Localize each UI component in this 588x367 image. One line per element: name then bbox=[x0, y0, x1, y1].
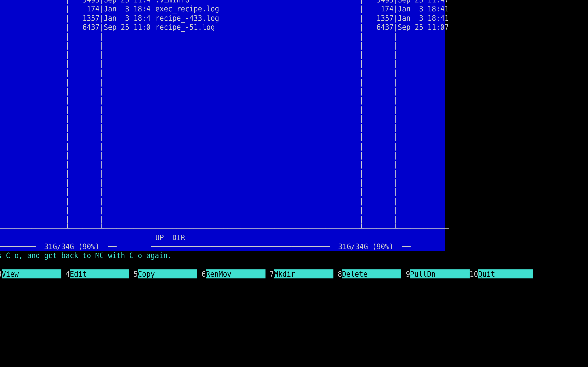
empty-row: | | bbox=[0, 205, 151, 215]
empty-row: | | bbox=[0, 178, 151, 187]
fkey-number: 9 bbox=[402, 269, 410, 278]
shell-prompt[interactable]: root@sv:~# bbox=[0, 260, 445, 269]
file-row[interactable]: .viminfo | 3493|Sep 25 11:47 bbox=[0, 0, 151, 4]
fkey-number: 5 bbox=[129, 269, 138, 278]
empty-row: | | bbox=[0, 196, 151, 205]
fkey-number: 3 bbox=[0, 269, 2, 278]
file-row[interactable]: .viminfo | 3493|Sep 25 11:47 bbox=[151, 0, 445, 4]
empty-row: | | bbox=[151, 215, 445, 224]
empty-row: | | bbox=[0, 77, 151, 86]
fkey-edit[interactable]: Edit bbox=[70, 269, 130, 278]
fkey-renmov[interactable]: RenMov bbox=[206, 269, 265, 278]
empty-row: | | bbox=[0, 215, 151, 224]
right-panel[interactable]: <- ~ ───────────────────────────────────… bbox=[151, 0, 445, 251]
empty-row: | | bbox=[151, 141, 445, 150]
fkey-pulldn[interactable]: PullDn bbox=[410, 269, 470, 278]
fkey-number: 7 bbox=[265, 269, 274, 278]
fkey-number: 4 bbox=[61, 269, 70, 278]
fkey-number: 8 bbox=[333, 269, 342, 278]
panel-separator: ────────────────────────────────────────… bbox=[151, 224, 445, 233]
empty-row: | | bbox=[0, 187, 151, 196]
empty-row: | | bbox=[151, 77, 445, 86]
left-panel[interactable]: <- ~ ───────────────────────────────────… bbox=[0, 0, 151, 251]
empty-row: | | bbox=[0, 86, 151, 96]
empty-row: | | bbox=[151, 205, 445, 215]
empty-row: | | bbox=[0, 150, 151, 160]
empty-row: | | bbox=[0, 59, 151, 68]
empty-row: | | bbox=[151, 169, 445, 178]
empty-row: | | bbox=[151, 196, 445, 205]
file-row[interactable]: recipe_-51.log | 6437|Sep 25 11:07 bbox=[151, 22, 445, 32]
empty-row: | | bbox=[0, 169, 151, 178]
fkey-copy[interactable]: Copy bbox=[138, 269, 198, 278]
file-row[interactable]: recipe_-433.log | 1357|Jan 3 18:41 bbox=[0, 13, 151, 23]
hint-line: Hint: Want your plain shell? Press C-o, … bbox=[0, 251, 445, 260]
empty-row: | | bbox=[151, 150, 445, 160]
empty-row: | | bbox=[0, 68, 151, 77]
file-row[interactable]: recipe_-51.log | 6437|Sep 25 11:07 bbox=[0, 22, 151, 32]
empty-row: | | bbox=[151, 114, 445, 123]
fkey-quit[interactable]: Quit bbox=[478, 269, 534, 278]
empty-row: | | bbox=[0, 114, 151, 123]
fkey-view[interactable]: View bbox=[2, 269, 61, 278]
file-row[interactable]: exec_recipe.log | 174|Jan 3 18:41 bbox=[151, 4, 445, 13]
empty-row: | | bbox=[0, 132, 151, 141]
panel-bottom-border: ────────────────────────────────────────… bbox=[0, 242, 151, 251]
empty-row: | | bbox=[0, 123, 151, 132]
empty-row: | | bbox=[151, 59, 445, 68]
empty-row: | | bbox=[151, 123, 445, 132]
empty-row: | | bbox=[151, 32, 445, 41]
empty-row: | | bbox=[151, 68, 445, 77]
empty-row: | | bbox=[0, 160, 151, 169]
panel-bottom-border: ────────────────────────────────────────… bbox=[151, 242, 445, 251]
fkey-number: 10 bbox=[470, 269, 478, 278]
file-row[interactable]: recipe_-433.log | 1357|Jan 3 18:41 bbox=[151, 13, 445, 23]
empty-row: | | bbox=[0, 32, 151, 41]
fkey-number: 6 bbox=[198, 269, 206, 278]
panel-status: UP--DIR bbox=[151, 233, 445, 242]
empty-row: | | bbox=[0, 105, 151, 114]
empty-row: | | bbox=[151, 41, 445, 50]
panel-separator: ────────────────────────────────────────… bbox=[0, 224, 151, 233]
empty-row: | | bbox=[151, 86, 445, 96]
fkeys-bar: 1Help 2Menu 3View 4Edit 5Copy 6RenMov 7M… bbox=[0, 269, 445, 278]
panel-status: UP--DIR bbox=[0, 233, 151, 242]
file-row[interactable]: exec_recipe.log | 174|Jan 3 18:41 bbox=[0, 4, 151, 13]
empty-row: | | bbox=[151, 50, 445, 59]
empty-row: | | bbox=[0, 141, 151, 150]
empty-row: | | bbox=[151, 96, 445, 105]
fkey-delete[interactable]: Delete bbox=[342, 269, 402, 278]
fkey-mkdir[interactable]: Mkdir bbox=[274, 269, 334, 278]
empty-row: | | bbox=[0, 50, 151, 59]
empty-row: | | bbox=[151, 178, 445, 187]
empty-row: | | bbox=[0, 96, 151, 105]
empty-row: | | bbox=[0, 41, 151, 50]
empty-row: | | bbox=[151, 105, 445, 114]
empty-row: | | bbox=[151, 132, 445, 141]
empty-row: | | bbox=[151, 160, 445, 169]
empty-row: | | bbox=[151, 187, 445, 196]
